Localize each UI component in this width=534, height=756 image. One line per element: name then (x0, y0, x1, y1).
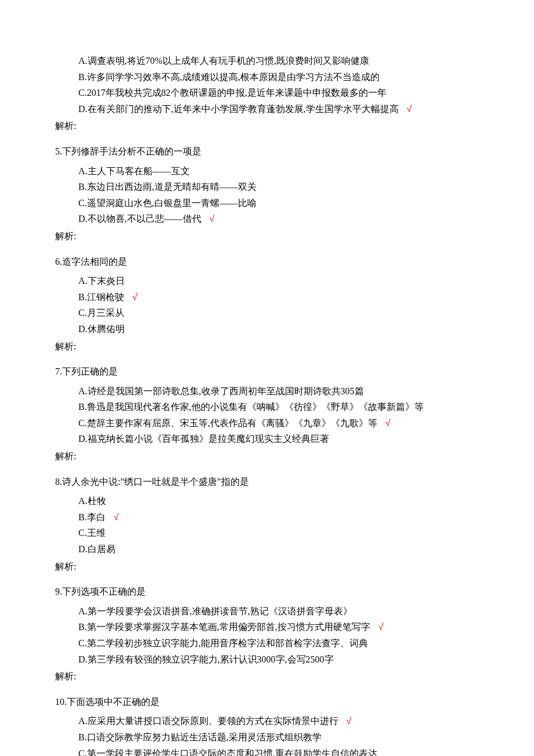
option: D.不以物喜,不以己悲——借代√ (55, 211, 479, 226)
option: C.楚辞主要作家有屈原、宋玉等,代表作品有《离骚》《九章》《九歌》等√ (55, 416, 479, 431)
check-icon: √ (132, 292, 138, 302)
option: B.鲁迅是我国现代著名作家,他的小说集有《呐喊》《彷徨》《野草》《故事新篇》等 (55, 399, 479, 415)
option: A.主人下马客在船——互文 (55, 164, 479, 179)
option: B.李白√ (55, 510, 479, 525)
option: D.白居易 (55, 542, 479, 557)
option-text: D.在有关部门的推动下,近年来中小学国学教育蓬勃发展,学生国学水平大幅提高 (78, 104, 399, 114)
option: A.诗经是我国第一部诗歌总集,收录了西周初年至战国时期诗歌共305篇 (55, 384, 479, 399)
question-stem: 9.下列选项不正确的是 (55, 584, 479, 599)
check-icon: √ (385, 418, 391, 428)
option-text: A.杜牧 (78, 496, 106, 506)
option-text: B.口语交际教学应努力贴近生活话题,采用灵活形式组织教学 (78, 732, 322, 742)
option: C.遥望洞庭山水色,白银盘里一青螺——比喻 (55, 196, 479, 211)
option: B.口语交际教学应努力贴近生活话题,采用灵活形式组织教学 (55, 730, 479, 745)
option-text: D.不以物喜,不以己悲——借代 (78, 214, 201, 224)
analysis-label: 解析: (55, 449, 479, 464)
option: B.许多同学学习效率不高,成绩难以提高,根本原因是由学习方法不当造成的 (55, 70, 479, 85)
analysis-label: 解析: (55, 229, 479, 244)
option-text: C.第二学段初步独立识字能力,能用音序检字法和部首检字法查字、词典 (78, 638, 368, 648)
option-text: D.白居易 (78, 544, 116, 554)
option: D.福克纳长篇小说《百年孤独》是拉美魔幻现实主义经典巨著 (55, 431, 479, 447)
option: C.第一学段主要评价学生口语交际的态度和习惯,重在鼓励学生自信的表达 (55, 746, 479, 756)
question-stem: 6.造字法相同的是 (55, 254, 479, 269)
option: D.第三学段有较强的独立识字能力,累计认识3000字,会写2500字 (55, 652, 479, 667)
option-text: A.调查表明,将近70%以上成年人有玩手机的习惯,既浪费时间又影响健康 (78, 56, 369, 66)
option: D.休腾佑明 (55, 322, 479, 337)
option: C.月三采从 (55, 305, 479, 321)
option-text: B.许多同学学习效率不高,成绩难以提高,根本原因是由学习方法不当造成的 (78, 72, 380, 82)
option-text: C.第一学段主要评价学生口语交际的态度和习惯,重在鼓励学生自信的表达 (78, 748, 377, 756)
option: C.第二学段初步独立识字能力,能用音序检字法和部首检字法查字、词典 (55, 636, 479, 651)
option-text: C.楚辞主要作家有屈原、宋玉等,代表作品有《离骚》《九章》《九歌》等 (78, 418, 377, 428)
check-icon: √ (210, 214, 215, 224)
option: A.杜牧 (55, 494, 479, 509)
question-stem: 10.下面选项中不正确的是 (55, 694, 479, 710)
option-text: B.李白 (78, 512, 106, 522)
option: A.应采用大量讲授口语交际原则、要领的方式在实际情景中进行√ (55, 714, 479, 729)
check-icon: √ (378, 622, 384, 632)
option-text: D.休腾佑明 (78, 324, 125, 334)
option-text: A.应采用大量讲授口语交际原则、要领的方式在实际情景中进行 (78, 716, 338, 726)
check-icon: √ (407, 104, 412, 114)
option-text: C.遥望洞庭山水色,白银盘里一青螺——比喻 (78, 198, 257, 208)
option-text: A.第一学段要学会汉语拼音,准确拼读音节,熟记《汉语拼音字母表》 (78, 606, 352, 616)
option: A.第一学段要学会汉语拼音,准确拼读音节,熟记《汉语拼音字母表》 (55, 604, 479, 619)
question-stem: 7.下列正确的是 (55, 364, 479, 379)
check-icon: √ (347, 716, 352, 726)
analysis-label: 解析: (55, 339, 479, 354)
analysis-label: 解析: (55, 669, 479, 684)
option-text: B.鲁迅是我国现代著名作家,他的小说集有《呐喊》《彷徨》《野草》《故事新篇》等 (78, 402, 424, 412)
analysis-label: 解析: (55, 559, 479, 574)
option: D.在有关部门的推动下,近年来中小学国学教育蓬勃发展,学生国学水平大幅提高√ (55, 102, 479, 117)
option: B.东边日出西边雨,道是无晴却有晴——双关 (55, 179, 479, 195)
option-text: B.东边日出西边雨,道是无晴却有晴——双关 (78, 182, 257, 192)
option-text: A.主人下马客在船——互文 (78, 166, 190, 176)
question-stem: 8.诗人余光中说:"绣口一吐就是半个盛唐"指的是 (55, 474, 479, 489)
option-text: C.月三采从 (78, 308, 124, 318)
option-text: C.王维 (78, 528, 106, 538)
option-text: A.诗经是我国第一部诗歌总集,收录了西周初年至战国时期诗歌共305篇 (78, 386, 364, 396)
option: B.江钢枪驶√ (55, 290, 479, 305)
analysis-label: 解析: (55, 118, 479, 134)
option: A.下末炎日 (55, 273, 479, 289)
option-text: B.江钢枪驶 (78, 292, 124, 302)
option: B.第一学段要求掌握汉字基本笔画,常用偏旁部首,按习惯方式用硬笔写字√ (55, 620, 479, 635)
question-stem: 5.下列修辞手法分析不正确的一项是 (55, 144, 479, 159)
option-text: B.第一学段要求掌握汉字基本笔画,常用偏旁部首,按习惯方式用硬笔写字 (78, 622, 370, 632)
option-text: A.下末炎日 (78, 276, 125, 286)
option: C.2017年我校共完成82个教研课题的申报,是近年来课题中申报数最多的一年 (55, 85, 479, 100)
option-text: D.第三学段有较强的独立识字能力,累计认识3000字,会写2500字 (78, 654, 334, 664)
option-text: D.福克纳长篇小说《百年孤独》是拉美魔幻现实主义经典巨著 (78, 434, 329, 444)
check-icon: √ (114, 512, 119, 522)
option-text: C.2017年我校共完成82个教研课题的申报,是近年来课题中申报数最多的一年 (78, 88, 387, 98)
option: A.调查表明,将近70%以上成年人有玩手机的习惯,既浪费时间又影响健康 (55, 53, 479, 69)
option: C.王维 (55, 525, 479, 541)
